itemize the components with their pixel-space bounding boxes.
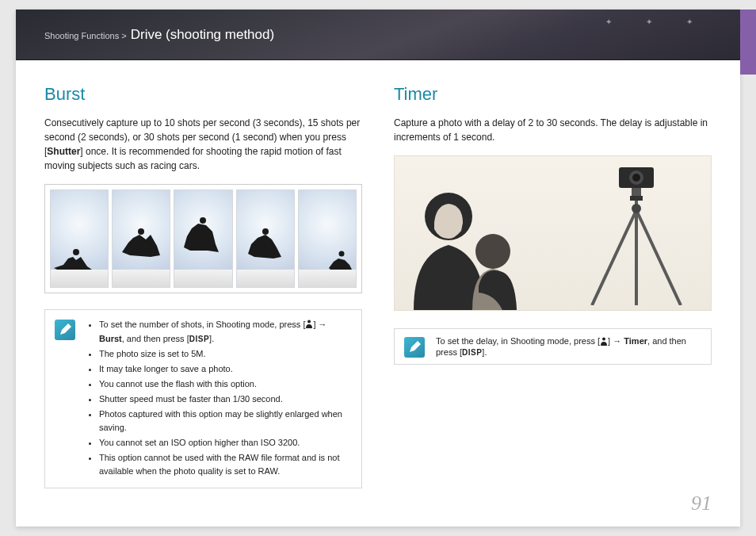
svg-point-17 (602, 337, 605, 340)
svg-rect-9 (632, 188, 641, 196)
svg-rect-10 (630, 196, 643, 201)
svg-point-14 (632, 204, 641, 213)
arrow-text: → (319, 320, 327, 329)
note-text: To set the delay, in Shooting mode, pres… (436, 336, 600, 346)
svg-line-13 (636, 210, 681, 305)
burst-note-item: It may take longer to save a photo. (99, 362, 352, 376)
timer-illustration (394, 155, 712, 311)
timer-section: Timer Capture a photo with a delay of 2 … (394, 84, 712, 488)
burst-section: Burst Consecutively capture up to 10 sho… (44, 84, 362, 488)
burst-heading: Burst (44, 84, 362, 105)
svg-point-1 (138, 228, 144, 235)
svg-point-16 (475, 234, 510, 269)
note-text: , and then press [ (122, 334, 189, 343)
burst-note-item: Photos captured with this option may be … (99, 408, 352, 435)
note-bold: Timer (624, 336, 647, 346)
svg-point-4 (339, 251, 345, 257)
burst-note-item: The photo size is set to 5M. (99, 347, 352, 361)
arrow-text: → (613, 336, 621, 346)
note-text: To set the number of shots, in Shooting … (99, 320, 305, 329)
svg-point-3 (262, 228, 269, 235)
section-tab-indicator (740, 10, 756, 75)
burst-note-intro: To set the number of shots, in Shooting … (99, 318, 352, 346)
burst-frame-5 (298, 190, 357, 288)
page-content: Burst Consecutively capture up to 10 sho… (16, 60, 740, 488)
manual-page: ✦ ✦ ✦ Shooting Functions > Drive (shooti… (16, 10, 740, 526)
note-bold: Burst (99, 334, 122, 343)
note-text: ]. (209, 334, 214, 343)
timer-body: Capture a photo with a delay of 2 to 30 … (394, 116, 712, 144)
tripod-camera-icon (576, 163, 695, 305)
burst-body-shutter: Shutter (47, 146, 80, 157)
page-number: 91 (691, 492, 712, 515)
timer-note-text: To set the delay, in Shooting mode, pres… (436, 336, 701, 357)
burst-body-2: ] once. It is recommended for shooting t… (44, 146, 342, 171)
page-header: ✦ ✦ ✦ Shooting Functions > Drive (shooti… (16, 10, 740, 60)
snowboarder-icon (52, 243, 94, 274)
snowboarder-icon (327, 247, 354, 274)
person-icon (305, 319, 313, 332)
burst-note-list: To set the number of shots, in Shooting … (86, 318, 352, 480)
header-sparkles: ✦ ✦ ✦ (605, 17, 708, 26)
timer-heading: Timer (394, 84, 712, 105)
svg-point-0 (73, 249, 79, 255)
breadcrumb-title: Drive (shooting method) (131, 27, 274, 42)
svg-point-8 (632, 174, 640, 182)
timer-note-box: To set the delay, in Shooting mode, pres… (394, 328, 712, 365)
burst-note-item: This option cannot be used with the RAW … (99, 451, 352, 478)
svg-point-5 (307, 320, 311, 323)
burst-note-item: Shutter speed must be faster than 1/30 s… (99, 392, 352, 406)
burst-body: Consecutively capture up to 10 shots per… (44, 116, 362, 173)
couple-silhouette-icon (399, 183, 542, 310)
burst-frame-1 (50, 190, 109, 288)
person-icon (600, 337, 608, 347)
pen-note-icon (55, 320, 75, 340)
burst-frame-2 (112, 190, 170, 288)
burst-frame-3 (174, 190, 232, 288)
snowboarder-icon (119, 224, 163, 263)
burst-note-box: To set the number of shots, in Shooting … (44, 309, 362, 488)
disp-label: DISP (462, 348, 482, 357)
note-text: ]. (482, 347, 487, 357)
burst-frame-4 (236, 190, 295, 288)
burst-sequence-image (44, 184, 362, 293)
snowboarder-icon (179, 212, 223, 257)
burst-note-item: You cannot set an ISO option higher than… (99, 436, 352, 450)
burst-note-item: You cannot use the flash with this optio… (99, 377, 352, 391)
disp-label: DISP (189, 335, 209, 343)
snowboarder-icon (245, 224, 288, 263)
breadcrumb-prefix: Shooting Functions > (44, 31, 129, 40)
pen-note-icon (404, 337, 425, 358)
svg-point-2 (200, 217, 206, 224)
svg-line-12 (592, 210, 636, 305)
